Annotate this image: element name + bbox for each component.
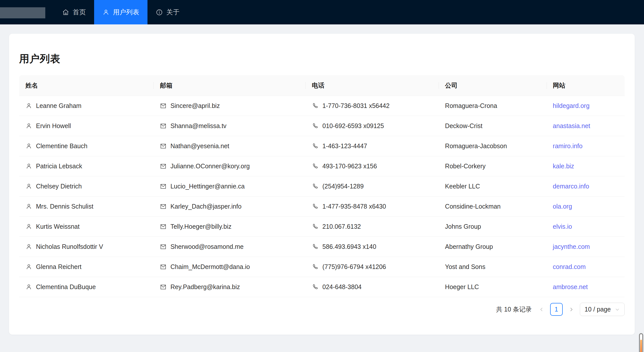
user-company: Johns Group [445,223,481,230]
phone-icon [312,123,319,129]
phone-icon [312,183,319,190]
scrollbar-thumb[interactable] [640,340,642,352]
table-row: Chelsey Dietrich Lucio_Hettinger@annie.c… [19,176,625,197]
user-name: Mrs. Dennis Schulist [36,203,93,210]
email-cell: Nathan@yesenia.net [160,142,299,150]
phone-icon [312,263,319,270]
user-company: Keebler LLC [445,183,480,190]
person-icon [25,143,32,149]
website-link[interactable]: ambrose.net [553,283,588,290]
main-menu: 首页 用户列表 关于 [54,0,188,24]
phone-icon [312,143,319,149]
name-cell: Chelsey Dietrich [25,183,147,190]
mail-icon [160,263,167,270]
user-email: Nathan@yesenia.net [170,142,229,150]
table-row: Nicholas Runolfsdottir V Sherwood@rosamo… [19,237,625,257]
mail-icon [160,183,167,190]
website-link[interactable]: ramiro.info [553,142,583,149]
nav-item-label: 用户列表 [113,8,139,17]
user-phone: 1-463-123-4447 [322,142,367,150]
prev-page-button[interactable] [539,307,544,312]
person-icon [25,183,32,190]
page-number-button[interactable]: 1 [550,303,563,316]
user-company: Robel-Corkery [445,163,485,170]
chevron-right-icon [569,307,574,312]
page-title: 用户列表 [19,52,625,66]
table-row: Leanne Graham Sincere@april.biz 1-770-73… [19,96,625,116]
home-icon [62,9,69,16]
column-header-company: 公司 [439,75,546,96]
user-name: Glenna Reichert [36,263,82,270]
website-link[interactable]: elvis.io [553,223,572,230]
website-link[interactable]: demarco.info [553,183,589,190]
email-cell: Julianne.OConner@kory.org [160,163,299,170]
website-link[interactable]: anastasia.net [553,122,590,129]
table-row: Clementine Bauch Nathan@yesenia.net 1-46… [19,136,625,156]
phone-icon [312,243,319,250]
user-phone: 1-477-935-8478 x6430 [322,203,386,210]
table-body: Leanne Graham Sincere@april.biz 1-770-73… [19,96,625,297]
name-cell: Glenna Reichert [25,263,147,270]
name-cell: Clementina DuBuque [25,283,147,291]
user-name: Clementine Bauch [36,142,87,150]
column-header-name: 姓名 [19,75,154,96]
phone-cell: 010-692-6593 x09125 [312,122,432,130]
website-link[interactable]: conrad.com [553,263,586,270]
name-cell: Ervin Howell [25,122,147,130]
user-company: Abernathy Group [445,243,493,250]
email-cell: Shanna@melissa.tv [160,122,299,130]
user-phone: 586.493.6943 x140 [322,243,376,250]
user-phone: 210.067.6132 [322,223,361,230]
user-email: Julianne.OConner@kory.org [170,163,250,170]
page-size-select[interactable]: 10 / page [580,303,625,316]
mail-icon [160,163,167,170]
name-cell: Kurtis Weissnat [25,223,147,230]
info-icon [156,9,163,16]
table-row: Clementina DuBuque Rey.Padberg@karina.bi… [19,277,625,297]
phone-cell: 1-477-935-8478 x6430 [312,203,432,210]
next-page-button[interactable] [569,307,574,312]
user-email: Sincere@april.biz [170,102,220,109]
user-name: Chelsey Dietrich [36,183,82,190]
table-row: Mrs. Dennis Schulist Karley_Dach@jasper.… [19,197,625,217]
user-icon [102,9,109,16]
user-email: Rey.Padberg@karina.biz [170,283,240,291]
email-cell: Sherwood@rosamond.me [160,243,299,250]
phone-cell: (775)976-6794 x41206 [312,263,432,270]
website-link[interactable]: jacynthe.com [553,243,590,250]
nav-item-users[interactable]: 用户列表 [94,0,147,24]
mail-icon [160,223,167,230]
phone-cell: 1-770-736-8031 x56442 [312,102,432,109]
website-link[interactable]: kale.biz [553,163,574,170]
user-company: Considine-Lockman [445,203,501,210]
nav-item-about[interactable]: 关于 [147,0,188,24]
mail-icon [160,284,167,290]
person-icon [25,102,32,109]
mail-icon [160,243,167,250]
user-email: Telly.Hoeger@billy.biz [170,223,232,230]
page-size-label: 10 / page [585,306,611,313]
user-email: Chaim_McDermott@dana.io [170,263,250,270]
phone-icon [312,284,319,290]
scrollbar[interactable] [639,333,643,352]
user-phone: 010-692-6593 x09125 [322,122,384,130]
pagination: 共 10 条记录 1 10 / page [19,303,625,316]
table-row: Glenna Reichert Chaim_McDermott@dana.io … [19,257,625,277]
user-phone: (254)954-1289 [322,183,364,190]
user-name: Kurtis Weissnat [36,223,80,230]
name-cell: Nicholas Runolfsdottir V [25,243,147,250]
website-link[interactable]: ola.org [553,203,572,210]
email-cell: Lucio_Hettinger@annie.ca [160,183,299,190]
nav-item-label: 关于 [166,8,179,17]
nav-item-home[interactable]: 首页 [54,0,94,24]
phone-cell: 493-170-9623 x156 [312,163,432,170]
person-icon [25,284,32,290]
person-icon [25,263,32,270]
mail-icon [160,143,167,149]
column-header-website: 网站 [547,75,625,96]
phone-cell: 1-463-123-4447 [312,142,432,150]
name-cell: Leanne Graham [25,102,147,109]
name-cell: Patricia Lebsack [25,163,147,170]
website-link[interactable]: hildegard.org [553,102,590,109]
app-logo [0,7,45,18]
